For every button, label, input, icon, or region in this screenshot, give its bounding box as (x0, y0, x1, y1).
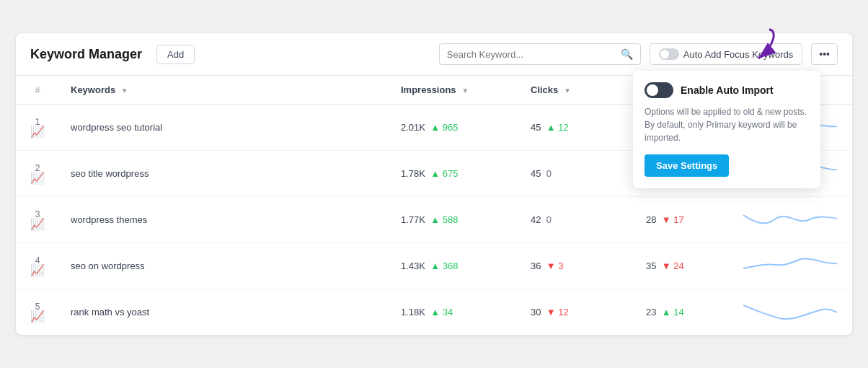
row-num-cell: 5 📈 (16, 289, 59, 336)
keywords-sort-icon[interactable]: ▼ (121, 87, 128, 95)
page-title: Keyword Manager (30, 47, 142, 62)
row-num-cell: 1 📈 (16, 105, 59, 151)
table-row: 4 📈 seo on wordpress 1.43K ▲ 368 36 ▼ 3 … (16, 243, 852, 289)
row-chart-cell (728, 243, 852, 289)
row-clicks-cell: 36 ▼ 3 (519, 243, 634, 289)
add-button[interactable]: Add (156, 45, 195, 64)
save-settings-button[interactable]: Save Settings (645, 154, 729, 177)
row-clicks-cell: 30 ▼ 12 (519, 289, 634, 336)
row-clicks-cell: 45 0 (519, 151, 634, 197)
row-position-cell: 35 ▼ 24 (634, 243, 728, 289)
row-chart-cell (728, 289, 852, 336)
row-impressions-cell: 1.77K ▲ 588 (389, 197, 519, 243)
col-header-clicks: Clicks ▼ (519, 76, 634, 105)
search-input[interactable] (447, 49, 616, 60)
row-num-cell: 3 📈 (16, 197, 59, 243)
row-impressions-cell: 1.43K ▲ 368 (389, 243, 519, 289)
popup-toggle-row: Enable Auto Import (645, 82, 809, 98)
col-header-impressions: Impressions ▼ (389, 76, 519, 105)
row-impressions-cell: 2.01K ▲ 965 (389, 105, 519, 151)
more-options-button[interactable]: ••• (811, 43, 838, 65)
row-keyword-cell: seo on wordpress (59, 243, 389, 289)
impressions-sort-icon[interactable]: ▼ (461, 87, 469, 95)
table-row: 3 📈 wordpress themes 1.77K ▲ 588 42 0 28… (16, 197, 852, 243)
row-impressions-cell: 1.78K ▲ 675 (389, 151, 519, 197)
auto-add-focus-keywords-button[interactable]: Auto Add Focus Keywords (650, 43, 802, 65)
table-row: 5 📈 rank math vs yoast 1.18K ▲ 34 30 ▼ 1… (16, 289, 852, 336)
sparkline-chart (740, 204, 841, 233)
row-clicks-cell: 42 0 (519, 197, 634, 243)
col-header-keywords: Keywords ▼ (59, 76, 389, 105)
row-keyword-cell: wordpress themes (59, 197, 389, 243)
sparkline-chart (740, 250, 841, 279)
row-impressions-cell: 1.18K ▲ 34 (389, 289, 519, 336)
auto-add-toggle[interactable] (659, 48, 679, 60)
sparkline-chart (740, 297, 841, 325)
main-card: Keyword Manager Add 🔍 Auto Add Focus Key… (16, 33, 852, 335)
auto-import-popup: Enable Auto Import Options will be appli… (633, 71, 820, 188)
search-icon: 🔍 (621, 48, 633, 60)
row-position-cell: 28 ▼ 17 (634, 197, 728, 243)
enable-auto-import-toggle[interactable] (645, 82, 673, 98)
row-keyword-cell: wordpress seo tutorial (59, 105, 389, 151)
row-position-cell: 23 ▲ 14 (634, 289, 728, 336)
row-num-cell: 4 📈 (16, 243, 59, 289)
clicks-sort-icon[interactable]: ▼ (564, 87, 571, 95)
popup-title: Enable Auto Import (681, 84, 774, 96)
header: Keyword Manager Add 🔍 Auto Add Focus Key… (16, 33, 852, 76)
row-clicks-cell: 45 ▲ 12 (519, 105, 634, 151)
row-keyword-cell: seo title wordpress (59, 151, 389, 197)
col-header-num: # (16, 76, 59, 105)
auto-add-label: Auto Add Focus Keywords (683, 49, 793, 60)
row-keyword-cell: rank math vs yoast (59, 289, 389, 336)
row-num-cell: 2 📈 (16, 151, 59, 197)
search-wrap: 🔍 (439, 43, 641, 65)
popup-description: Options will be applied to old & new pos… (645, 105, 809, 144)
row-chart-cell (728, 197, 852, 243)
